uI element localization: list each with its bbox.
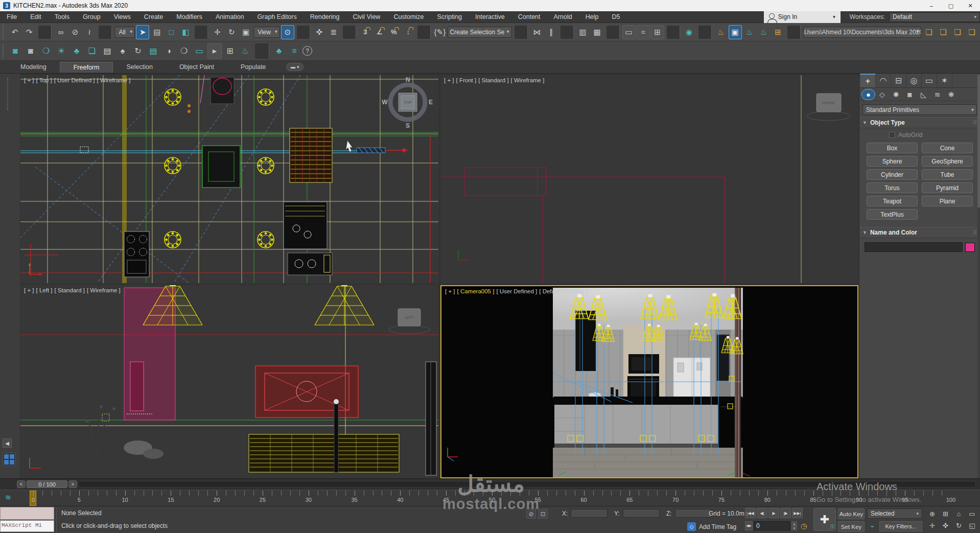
reference-coordinate-dropdown[interactable]: View xyxy=(253,27,280,38)
menu-item[interactable]: Create xyxy=(137,11,170,22)
object-type-button[interactable]: Plane xyxy=(922,196,973,206)
add-time-tag[interactable]: ◇ Add Time Tag xyxy=(687,522,736,531)
tab-modify[interactable]: ◠ xyxy=(876,74,891,87)
viewport-menu-plus[interactable]: [ + ] xyxy=(445,288,455,294)
object-type-button[interactable]: Torus xyxy=(867,182,918,193)
separator[interactable] xyxy=(343,26,356,39)
separator[interactable] xyxy=(515,26,528,39)
menu-item[interactable]: File xyxy=(0,11,24,22)
autogrid-checkbox[interactable] xyxy=(889,132,895,138)
object-type-button[interactable]: Teapot xyxy=(867,196,918,206)
merge-scene-icon[interactable]: ❏ xyxy=(85,43,99,59)
save-incremental-icon[interactable]: ❏ xyxy=(951,25,964,39)
x-coordinate-field[interactable] xyxy=(571,509,608,518)
snaps-toggle-icon[interactable]: 3 xyxy=(359,25,372,39)
object-type-button[interactable]: GeoSphere xyxy=(922,156,973,167)
angle-snap-icon[interactable]: ∠ xyxy=(373,25,386,39)
foliage-icon[interactable]: ♣ xyxy=(69,43,84,59)
forest-objects-icon[interactable]: ▤ xyxy=(100,43,114,59)
menu-item[interactable]: Modifiers xyxy=(170,11,209,22)
rectangular-selection-region-icon[interactable]: □ xyxy=(165,25,178,39)
mirror-icon[interactable]: ⋈ xyxy=(530,25,544,39)
macro-recorder-field[interactable] xyxy=(0,507,54,520)
redo-icon[interactable]: ↷ xyxy=(22,25,36,39)
menu-item[interactable]: Edit xyxy=(24,11,48,22)
menu-item[interactable]: Content xyxy=(511,11,547,22)
align-icon[interactable]: ∥ xyxy=(545,25,558,39)
category-lights-icon[interactable]: ✺ xyxy=(889,89,903,100)
tab-hierarchy[interactable]: ⊟ xyxy=(891,74,906,87)
viewport-pov-label[interactable]: [ Top ] xyxy=(36,77,52,83)
separator[interactable] xyxy=(698,26,712,39)
category-geometry-icon[interactable]: ● xyxy=(861,89,875,100)
viewport-menu-plus[interactable]: [ + ] xyxy=(24,287,34,293)
viewport-pov-label[interactable]: [ Front ] xyxy=(456,77,477,83)
object-type-button[interactable]: Tube xyxy=(922,169,973,180)
zoom-all-button[interactable]: ⊞ xyxy=(939,508,952,519)
edit-named-selection-sets-icon[interactable]: {✎} xyxy=(433,25,447,39)
separator[interactable] xyxy=(787,26,801,39)
separator[interactable] xyxy=(417,26,431,39)
primitive-category-dropdown[interactable]: Standard Primitives xyxy=(862,104,977,115)
schematic-view-icon[interactable]: ⊞ xyxy=(651,25,664,39)
separator[interactable] xyxy=(38,26,52,39)
maximize-viewport-button[interactable]: ◱ xyxy=(966,520,978,531)
toggle-layer-explorer-icon[interactable]: ▦ xyxy=(591,25,604,39)
object-type-button[interactable]: Sphere xyxy=(867,156,918,167)
menu-item[interactable]: Arnold xyxy=(547,11,579,22)
daylight-system-icon[interactable]: ☀ xyxy=(54,43,68,59)
select-and-move-icon[interactable]: ✛ xyxy=(211,25,224,39)
menu-item[interactable]: Help xyxy=(579,11,605,22)
viewport-top[interactable]: TOP N E S W [ + ] [ Top ] [ User Defined… xyxy=(20,75,438,283)
light-lister-icon[interactable]: ❍ xyxy=(177,43,191,59)
category-cameras-icon[interactable]: ◙ xyxy=(903,89,917,100)
separator[interactable] xyxy=(255,43,269,59)
auto-key-button[interactable]: Auto Key xyxy=(838,508,865,519)
previous-frame-button[interactable]: ◀| xyxy=(757,508,767,518)
track-bar[interactable]: ≋ 05101520253035404550556065707580859095… xyxy=(0,490,980,506)
viewport-layout-icon[interactable]: ⊞ xyxy=(223,43,237,59)
play-button[interactable]: ▶ xyxy=(768,508,779,518)
rollout-object-type[interactable]: ▼ Object Type ⠿ xyxy=(859,117,980,128)
ribbon-tab[interactable]: Freeform xyxy=(60,62,113,73)
select-and-rotate-icon[interactable]: ↻ xyxy=(225,25,238,39)
asset-tracking-icon[interactable]: ❏ xyxy=(922,25,936,39)
render-production-icon[interactable]: ♨ xyxy=(743,25,756,39)
window-crossing-icon[interactable]: ◧ xyxy=(179,25,192,39)
display-settings-icon[interactable]: ▭ xyxy=(192,43,206,59)
project-folder-dropdown[interactable]: C:\Users\Ahmed 10\Documents\3ds Max 2020 xyxy=(803,27,921,38)
viewport-camera[interactable]: [ + ] [ Camera005 ] [ User Defined ] [ D… xyxy=(440,285,858,478)
next-frame-button[interactable]: |▶ xyxy=(780,508,791,518)
grass-lines-icon[interactable]: ≡ xyxy=(287,43,301,59)
menu-item[interactable]: Scripting xyxy=(430,11,469,22)
mini-curve-editor-icon[interactable]: ≋ xyxy=(5,493,11,501)
toggle-ribbon-icon[interactable]: ▭ xyxy=(622,25,636,39)
category-helpers-icon[interactable]: ◺ xyxy=(917,89,930,100)
tab-create[interactable]: + xyxy=(860,74,876,87)
y-coordinate-field[interactable] xyxy=(623,509,660,518)
sign-in-dropdown[interactable]: Sign In ▾ xyxy=(764,11,841,23)
render-presets-icon[interactable]: ⊞ xyxy=(772,25,785,39)
collapse-panel-button[interactable]: ◀ xyxy=(3,438,12,448)
viewport-shading-label[interactable]: [ Default Shading ] xyxy=(539,288,588,294)
set-keys-button[interactable]: ✚ xyxy=(813,508,836,531)
help-icon[interactable]: ? xyxy=(302,46,312,56)
menu-item[interactable]: D5 xyxy=(605,11,626,22)
previous-frame-slider-button[interactable]: < xyxy=(17,480,26,488)
viewport-user-label[interactable]: [ Standard ] xyxy=(54,287,84,293)
menu-item[interactable]: Civil View xyxy=(346,11,387,22)
layer-stack-icon[interactable]: ▤ xyxy=(146,43,160,59)
key-steps-icon[interactable]: ⌁ xyxy=(867,521,877,531)
viewport-front[interactable]: FRONT [ + ] [ Front ] [ Standard ] [ Wir… xyxy=(440,75,858,283)
selection-lock-icon[interactable]: ⊘ xyxy=(526,509,536,519)
separator[interactable] xyxy=(561,26,574,39)
plant-pair-icon[interactable]: ♣ xyxy=(272,43,286,59)
ribbon-tab[interactable]: Object Paint xyxy=(166,62,227,73)
percent-snap-icon[interactable]: % xyxy=(387,25,401,39)
time-slider-grip[interactable]: 0 / 100 xyxy=(27,480,67,488)
select-and-scale-icon[interactable]: ▣ xyxy=(239,25,252,39)
undo-icon[interactable]: ↶ xyxy=(8,25,21,39)
dock-handle[interactable] xyxy=(7,78,9,110)
menu-item[interactable]: Group xyxy=(76,11,107,22)
menu-item[interactable]: Customize xyxy=(387,11,430,22)
